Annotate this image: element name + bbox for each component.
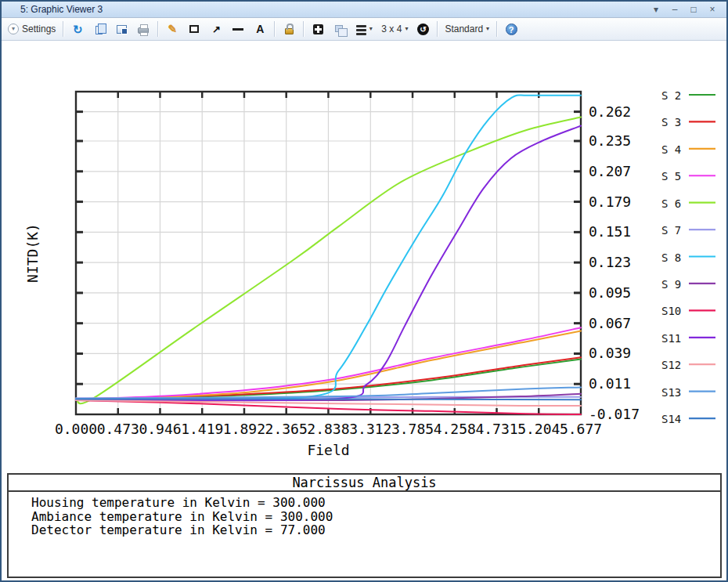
legend-label: S 7 <box>661 224 681 237</box>
x-tick-label: 2.838 <box>307 421 349 437</box>
y-tick-label: 0.123 <box>589 254 631 270</box>
toolbar-separator <box>63 21 63 37</box>
y-tick-label: 0.262 <box>589 103 631 120</box>
print-icon <box>138 27 149 34</box>
analysis-panel-title: Narcissus Analysis <box>9 475 720 492</box>
style-dropdown[interactable]: Standard ▾ <box>441 20 493 38</box>
toolbar-separator <box>274 21 275 37</box>
minimize-button[interactable]: – <box>667 3 683 16</box>
fit-window-icon <box>313 24 323 34</box>
copy-button[interactable] <box>88 20 110 38</box>
minimize-icon: – <box>672 3 678 16</box>
chevron-down-icon: ▾ <box>654 3 658 16</box>
sheet-stack-icon <box>356 25 366 27</box>
copy-icon <box>96 26 103 34</box>
legend-label: S14 <box>661 413 681 425</box>
x-tick-label: 0.473 <box>97 421 139 437</box>
style-dropdown-value: Standard <box>445 23 483 34</box>
chevron-down-icon: ▾ <box>405 26 408 32</box>
draw-arrow-button[interactable]: ↗ <box>205 20 227 38</box>
cascade-windows-icon <box>335 25 343 32</box>
settings-chevron-icon: ▾ <box>8 23 19 34</box>
grid-layout-dropdown[interactable]: 3 x 4 ▾ <box>377 20 412 38</box>
draw-line-button[interactable] <box>227 20 249 38</box>
help-icon: ? <box>506 23 517 35</box>
x-axis-title: Field <box>307 442 349 458</box>
window-title: 5: Graphic Viewer 3 <box>20 4 103 15</box>
x-tick-label: 3.785 <box>391 421 434 437</box>
y-tick-label: 0.179 <box>589 193 631 210</box>
panel-line: Ambiance temperature in Kelvin = 300.000 <box>31 510 720 524</box>
legend-label: S11 <box>661 332 681 345</box>
cascade-windows-button[interactable] <box>329 20 351 38</box>
window-menu-button[interactable]: ▾ <box>648 3 664 16</box>
maximize-button[interactable]: □ <box>686 3 701 16</box>
legend-label: S 4 <box>661 143 681 156</box>
draw-rectangle-button[interactable] <box>183 20 205 38</box>
x-tick-label: 1.419 <box>181 421 223 437</box>
draw-text-button[interactable]: A <box>249 20 271 38</box>
toolbar: ▾ Settings ↻ ✎ ↗ A ▾ 3 x 4 ▾ ↺ Standard … <box>2 18 726 41</box>
graphic-viewer-window: 5: Graphic Viewer 3 ▾ – □ × ▾ Settings ↻… <box>0 0 728 582</box>
y-tick-label: 0.095 <box>589 284 631 301</box>
analysis-panel-body: Housing temperature in Kelvin = 300.000A… <box>9 492 720 537</box>
panel-line: Detector temperature in Kelvin = 77.000 <box>31 523 720 537</box>
analysis-panel: Narcissus Analysis Housing temperature i… <box>7 473 722 578</box>
toolbar-separator <box>303 21 304 37</box>
pencil-icon: ✎ <box>168 23 177 34</box>
close-button[interactable]: × <box>705 3 720 16</box>
x-tick-label: 5.677 <box>560 421 602 437</box>
panel-line: Housing temperature in Kelvin = 300.000 <box>31 496 720 510</box>
reset-orientation-icon: ↺ <box>417 23 429 35</box>
series-line-S14 <box>76 399 581 400</box>
x-tick-label: 3.312 <box>349 421 391 437</box>
x-tick-label: 4.258 <box>434 421 476 437</box>
settings-button[interactable]: ▾ Settings <box>4 20 59 38</box>
help-button[interactable]: ? <box>500 20 522 38</box>
arrow-icon: ↗ <box>212 24 221 34</box>
x-tick-label: 0.000 <box>55 421 97 437</box>
y-tick-label: 0.235 <box>589 132 631 149</box>
y-tick-label: 0.151 <box>589 223 631 240</box>
legend-label: S13 <box>661 386 681 399</box>
x-tick-label: 2.365 <box>265 421 308 437</box>
legend-label: S 8 <box>661 251 681 264</box>
settings-label: Settings <box>22 23 56 34</box>
y-tick-label: 0.207 <box>589 163 631 179</box>
x-tick-label: 1.892 <box>223 421 265 437</box>
narcissus-chart: 0.0000.4730.9461.4191.8922.3652.8383.312… <box>2 39 728 474</box>
chevron-down-icon: ▾ <box>369 26 373 32</box>
legend-label: S 2 <box>661 89 681 102</box>
draw-pencil-button[interactable]: ✎ <box>161 20 183 38</box>
save-image-button[interactable] <box>110 20 132 38</box>
line-icon <box>232 28 243 31</box>
sheet-stack-button[interactable]: ▾ <box>351 20 377 38</box>
legend-label: S12 <box>661 359 681 371</box>
legend-label: S 5 <box>661 170 681 183</box>
toolbar-separator <box>437 21 438 37</box>
y-tick-label: 0.067 <box>589 315 631 331</box>
legend-label: S 3 <box>661 116 681 128</box>
x-tick-label: 0.946 <box>139 421 181 437</box>
y-tick-label: -0.017 <box>589 406 640 422</box>
legend-label: S 6 <box>661 197 681 210</box>
refresh-icon: ↻ <box>73 23 83 35</box>
title-bar: 5: Graphic Viewer 3 ▾ – □ × <box>2 2 726 18</box>
refresh-button[interactable]: ↻ <box>67 20 88 38</box>
close-icon: × <box>709 3 715 16</box>
x-tick-label: 5.204 <box>517 421 560 437</box>
x-tick-label: 4.731 <box>475 421 517 437</box>
lock-button[interactable] <box>278 20 300 38</box>
rectangle-icon <box>189 25 199 33</box>
window-controls: ▾ – □ × <box>648 3 720 16</box>
y-tick-label: 0.039 <box>589 345 631 361</box>
toolbar-separator <box>157 21 158 37</box>
save-image-icon <box>117 25 127 34</box>
fit-window-button[interactable] <box>307 20 329 38</box>
lock-icon <box>285 28 294 34</box>
toolbar-separator <box>496 21 497 37</box>
print-button[interactable] <box>132 20 154 38</box>
legend-label: S10 <box>661 305 681 317</box>
legend-label: S 9 <box>661 278 681 291</box>
reset-orientation-button[interactable]: ↺ <box>412 20 434 38</box>
